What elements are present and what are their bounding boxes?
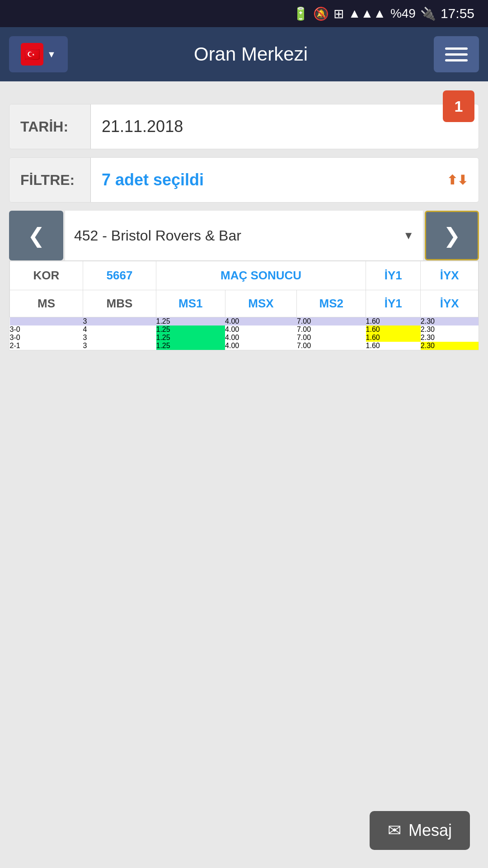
mute-icon: 🔕 <box>313 6 329 21</box>
subheader-ms: MS <box>10 290 83 317</box>
subheader-iyx: İYX <box>421 290 479 317</box>
match-selector: ❮ 452 - Bristol Rovers & Bar ▼ ❯ <box>9 211 479 260</box>
cell-iy1: 1.60 <box>366 317 421 326</box>
date-value[interactable]: 21.11.2018 <box>91 104 479 149</box>
subheader-msx: MSX <box>225 290 297 317</box>
header-code: 5667 <box>83 261 156 290</box>
flag-icon: 🇹🇷 <box>21 43 43 66</box>
header: 🇹🇷 ▼ Oran Merkezi <box>0 27 488 81</box>
cell-msx: 4.00 <box>225 342 297 350</box>
header-kor: KOR <box>10 261 83 290</box>
cell-ms2: 7.00 <box>297 326 366 334</box>
app-title: Oran Merkezi <box>68 43 434 65</box>
subheader-ms2: MS2 <box>297 290 366 317</box>
cell-msx: 4.00 <box>225 334 297 342</box>
cell-ms2: 7.00 <box>297 317 366 326</box>
main-content: 1 TARİH: 21.11.2018 FİLTRE: 7 adet seçil… <box>0 81 488 359</box>
table-header-row: KOR 5667 MAÇ SONUCU İY1 İYX <box>10 261 479 290</box>
data-table: KOR 5667 MAÇ SONUCU İY1 İYX MS MBS MS1 M… <box>9 261 479 350</box>
signal-icon: ▲▲▲ <box>348 6 386 21</box>
filter-select[interactable]: 7 adet seçildi ⬆⬇ <box>91 158 479 202</box>
email-icon: ✉ <box>388 821 401 840</box>
flag-dropdown-arrow: ▼ <box>47 49 56 60</box>
menu-line-1 <box>445 47 468 50</box>
match-dropdown[interactable]: 452 - Bristol Rovers & Bar ▼ <box>65 211 423 260</box>
menu-line-3 <box>445 59 468 61</box>
cell-iyx: 2.30 <box>421 342 479 350</box>
filter-row: FİLTRE: 7 adet seçildi ⬆⬇ <box>9 157 479 203</box>
cell-ms1: 1.25 <box>156 342 225 350</box>
cell-iyx: 2.30 <box>421 326 479 334</box>
cell-msx: 4.00 <box>225 317 297 326</box>
network-icon: ⊞ <box>333 6 344 21</box>
notification-badge-container: 1 <box>443 90 474 122</box>
header-iy1: İY1 <box>366 261 421 290</box>
battery-icon: 🔌 <box>420 6 436 21</box>
cell-ms1: 1.25 <box>156 326 225 334</box>
message-button[interactable]: ✉ Mesaj <box>370 811 470 850</box>
cell-mbs: 4 <box>83 326 156 334</box>
cell-iyx: 2.30 <box>421 334 479 342</box>
cell-kor: 3-0 <box>10 334 83 342</box>
header-mac-sonucu: MAÇ SONUCU <box>156 261 366 290</box>
cell-msx: 4.00 <box>225 326 297 334</box>
cell-iyx: 2.30 <box>421 317 479 326</box>
cell-mbs: 3 <box>83 342 156 350</box>
table-row: 3-0 3 1.25 4.00 7.00 1.60 2.30 <box>10 334 479 342</box>
cell-ms2: 7.00 <box>297 342 366 350</box>
header-iyx: İYX <box>421 261 479 290</box>
cell-ms2: 7.00 <box>297 334 366 342</box>
status-bar: 🔋 🔕 ⊞ ▲▲▲ %49 🔌 17:55 <box>0 0 488 27</box>
cell-kor: 3-0 <box>10 326 83 334</box>
subheader-mbs: MBS <box>83 290 156 317</box>
subheader-iy1: İY1 <box>366 290 421 317</box>
table-sub-header-row: MS MBS MS1 MSX MS2 İY1 İYX <box>10 290 479 317</box>
battery-save-icon: 🔋 <box>293 6 309 21</box>
table-body: 3 1.25 4.00 7.00 1.60 2.30 3-0 4 1.25 4.… <box>10 317 479 350</box>
cell-ms1: 1.25 <box>156 317 225 326</box>
cell-mbs: 3 <box>83 334 156 342</box>
date-row: TARİH: 21.11.2018 <box>9 104 479 149</box>
menu-line-2 <box>445 53 468 56</box>
match-dropdown-arrow-icon: ▼ <box>403 229 414 242</box>
filter-arrows-icon: ⬆⬇ <box>447 173 468 188</box>
filter-value: 7 adet seçildi <box>102 170 204 189</box>
prev-match-button[interactable]: ❮ <box>9 211 63 260</box>
filter-label: FİLTRE: <box>9 158 91 202</box>
cell-iy1: 1.60 <box>366 334 421 342</box>
table-row: 3 1.25 4.00 7.00 1.60 2.30 <box>10 317 479 326</box>
battery-percent: %49 <box>390 6 416 21</box>
table-row: 3-0 4 1.25 4.00 7.00 1.60 2.30 <box>10 326 479 334</box>
cell-ms1: 1.25 <box>156 334 225 342</box>
cell-iy1: 1.60 <box>366 342 421 350</box>
next-match-button[interactable]: ❯ <box>425 211 479 260</box>
notification-badge: 1 <box>443 90 474 122</box>
hamburger-menu-button[interactable] <box>434 36 479 72</box>
message-button-label: Mesaj <box>408 821 452 840</box>
cell-iy1: 1.60 <box>366 326 421 334</box>
cell-kor: 2-1 <box>10 342 83 350</box>
data-table-wrapper: KOR 5667 MAÇ SONUCU İY1 İYX MS MBS MS1 M… <box>9 260 479 350</box>
table-row: 2-1 3 1.25 4.00 7.00 1.60 2.30 <box>10 342 479 350</box>
clock: 17:55 <box>441 6 474 21</box>
language-selector-button[interactable]: 🇹🇷 ▼ <box>9 36 68 72</box>
cell-mbs: 3 <box>83 317 156 326</box>
subheader-ms1: MS1 <box>156 290 225 317</box>
status-icons: 🔋 🔕 ⊞ ▲▲▲ %49 🔌 17:55 <box>293 6 474 21</box>
date-label: TARİH: <box>9 104 91 149</box>
cell-kor <box>10 317 83 326</box>
match-name: 452 - Bristol Rovers & Bar <box>74 227 241 244</box>
